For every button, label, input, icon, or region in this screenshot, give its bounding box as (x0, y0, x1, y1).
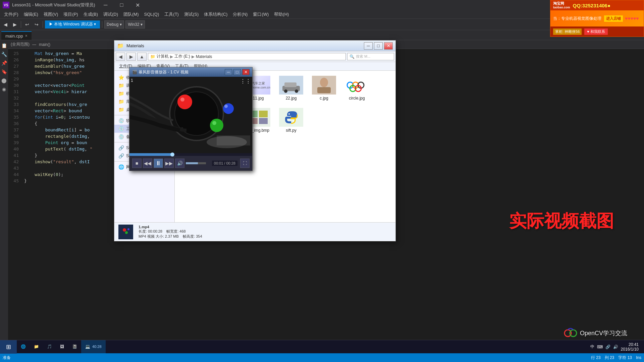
forward-button[interactable]: ▶ (11, 20, 19, 28)
mp-prev-button[interactable]: ◀◀ (143, 159, 152, 168)
taskbar-ie[interactable]: 🌐 (17, 340, 30, 354)
mp-fullscreen-button[interactable]: ⛶ (240, 159, 250, 168)
opencv-logo-svg (564, 326, 577, 340)
file-item-cjpg[interactable]: c.jpg (309, 73, 339, 103)
mp-volume-slider[interactable] (186, 162, 206, 164)
network-icon1: 🔗 (118, 145, 124, 150)
network-root-icon: 🌐 (118, 164, 124, 170)
sidebar-bookmark[interactable]: 🔖 (1, 68, 8, 76)
mp-progress-thumb[interactable] (170, 153, 174, 157)
taobao-slogan: 当：专业机器视觉图像处理 (553, 16, 601, 21)
taskbar-vs[interactable]: 💻 40:28 (81, 340, 106, 354)
mp-menu-icon[interactable]: ⋮⋮ (240, 78, 251, 84)
redo-button[interactable]: ↪ (33, 20, 41, 28)
file-item-circlejpg[interactable]: circle.jpg (342, 73, 372, 103)
vs-menu-view[interactable]: 视图(V) (41, 11, 61, 18)
vs-menu-help[interactable]: 帮助(H) (271, 11, 291, 18)
left-sidebar: 📋 🔧 📌 🔖 ⬤ ◉ (0, 40, 8, 343)
taskbar-note[interactable]: 📓 (68, 340, 81, 354)
mp-next-button[interactable]: ▶▶ (164, 159, 174, 168)
tab-close-button[interactable]: × (25, 34, 28, 38)
duration-label: 长度: (139, 229, 147, 233)
sidebar-class-view[interactable]: ◉ (1, 85, 7, 93)
addr-sep2: ▶ (192, 54, 195, 59)
thumb-siftpy (279, 108, 303, 127)
taobao-login[interactable]: 进入店铺 (604, 15, 623, 22)
undo-button[interactable]: ↩ (23, 20, 31, 28)
back-button[interactable]: ◀ (1, 20, 9, 28)
taobao-logo-text1: 淘宝网 (553, 1, 570, 6)
mp-pause-button[interactable]: ⏸ (154, 159, 163, 168)
fe-close-button[interactable]: ✕ (384, 42, 393, 50)
disk-icon-f: 💿 (118, 134, 124, 139)
fe-address-bar[interactable]: 📁 计算机 ▶ 工作 (E:) ▶ Materials (148, 53, 346, 60)
thumb-cjpg (312, 76, 336, 95)
taobao-follow[interactable]: ♥ 和我联系 (584, 28, 608, 35)
debug-config-dropdown[interactable]: Debug ▾ (104, 20, 124, 28)
fe-maximize-button[interactable]: □ (374, 42, 383, 50)
fe-minimize-button[interactable]: ─ (364, 42, 373, 50)
sidebar-breakpoint[interactable]: ⬤ (1, 76, 7, 84)
taskbar-image[interactable]: 🖼 (56, 340, 68, 354)
vs-menu-sql[interactable]: SQL(Q) (142, 11, 162, 18)
file-name-22jpg: 22.jpg (286, 96, 297, 101)
platform-label: Win32 (128, 22, 139, 27)
vs-minimize-button[interactable]: ─ (98, 0, 113, 10)
sidebar-toolbox[interactable]: 🔧 (1, 50, 8, 58)
addr-sep1: ▶ (170, 54, 173, 59)
svg-rect-26 (259, 111, 268, 117)
fe-search-box[interactable]: 🔍 搜索 M... (347, 53, 394, 60)
vs-menu-file[interactable]: 文件(F) (1, 11, 21, 18)
file-item-siftpy[interactable]: sift.py (276, 106, 306, 135)
vs-menu-team[interactable]: 团队(M) (121, 11, 142, 18)
mp-counter: 00:01 / 00:28 (212, 161, 237, 166)
vs-toolbar: ◀ ▶ ↩ ↪ ▶ 本地 Windows 调试器 ▾ Debug ▾ Win32… (0, 19, 644, 30)
scope-function: main() (39, 42, 50, 47)
start-button[interactable]: ⊞ (0, 340, 17, 354)
vs-menu-arch[interactable]: 体系结构(C) (201, 11, 230, 18)
run-button[interactable]: ▶ 本地 Windows 调试器 ▾ (45, 20, 100, 28)
height-value: 354 (196, 234, 202, 238)
mp-controls: ■ ◀◀ ⏸ ▶▶ 🔊 00:01 / 00:28 ⛶ (129, 153, 252, 171)
svg-point-34 (125, 231, 128, 234)
vs-maximize-button[interactable]: □ (114, 0, 129, 10)
mp-progress-bar[interactable] (129, 153, 252, 156)
file-item-22jpg[interactable]: 22.jpg (276, 73, 306, 103)
mp-stop-button[interactable]: ■ (132, 159, 142, 168)
vs-menu-project[interactable]: 项目(P) (61, 11, 80, 18)
fe-breadcrumb: 计算机 ▶ 工作 (E:) ▶ Materials (157, 54, 212, 59)
vs-menu-test[interactable]: 测试(S) (181, 11, 201, 18)
fe-status-info: 1.mp4 长度: 00:00:28 帧宽度: 468 MP4 视频 大小: 2… (139, 225, 202, 239)
vs-menu-edit[interactable]: 编辑(E) (21, 11, 41, 18)
vs-menu-analyze[interactable]: 分析(N) (230, 11, 250, 18)
taskbar-folder[interactable]: 📁 (30, 340, 43, 354)
ime-icon: 中 (590, 344, 594, 350)
tab-main-cpp[interactable]: main.cpp × (1, 31, 32, 40)
taskbar-clock: 20:41 2016/1/10 (621, 342, 641, 352)
vs-menu-window[interactable]: 窗口(W) (250, 11, 271, 18)
mp-minimize-button[interactable]: ─ (225, 69, 232, 75)
vs-menu-debug[interactable]: 调试(D) (101, 11, 121, 18)
image-taskbar-icon: 🖼 (60, 344, 64, 349)
taobao-owner: 掌柜: 神雕侠56 (553, 28, 582, 35)
mp-btn-row: ■ ◀◀ ⏸ ▶▶ 🔊 00:01 / 00:28 ⛶ (129, 156, 252, 171)
mp-video[interactable]: 1 ⋮⋮ (129, 77, 252, 153)
platform-dropdown[interactable]: Win32 ▾ (125, 20, 145, 28)
red-text-overlay: 实际视频截图 (509, 209, 614, 233)
fe-up-button[interactable]: ▲ (137, 53, 147, 61)
taskbar-media[interactable]: 🎵 (43, 340, 56, 354)
svg-point-41 (223, 103, 234, 114)
sidebar-server-explorer[interactable]: 📋 (1, 42, 8, 50)
vs-menu-build[interactable]: 生成(B) (81, 11, 101, 18)
vs-close-button[interactable]: ✕ (130, 0, 146, 10)
taobao-bottom: 掌柜: 神雕侠56 ♥ 和我联系 (550, 26, 644, 37)
vs-titlebar: VS Lesson31 - Microsoft Visual Studio(管理… (0, 0, 644, 10)
mp-volume-fill (186, 162, 198, 164)
mp-volume-button[interactable]: 🔊 (175, 159, 184, 168)
fe-back-button[interactable]: ◀ (116, 53, 125, 61)
fe-forward-button[interactable]: ▶ (126, 53, 136, 61)
vs-menu-tools[interactable]: 工具(T) (162, 11, 181, 18)
mp-close-button[interactable]: ✕ (242, 69, 250, 75)
sidebar-source-control[interactable]: 📌 (1, 59, 8, 67)
mp-maximize-button[interactable]: □ (233, 69, 241, 75)
